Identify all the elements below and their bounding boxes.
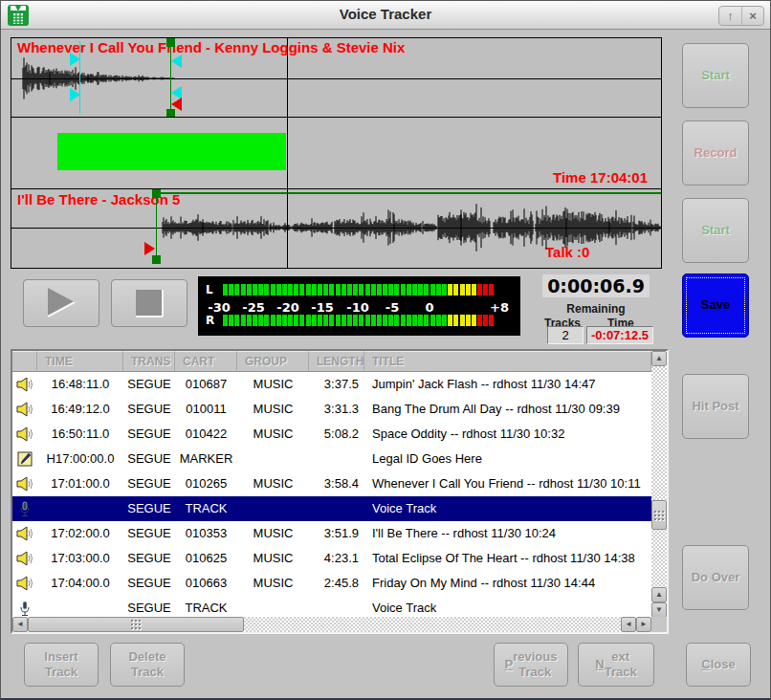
meter-segment-red: [483, 284, 488, 295]
segue-handle-icon[interactable]: [166, 38, 175, 47]
cell-icon: [12, 546, 37, 571]
meter-segment-green: [401, 315, 406, 326]
meter-segment-red: [489, 284, 494, 295]
fade-handle-icon[interactable]: [70, 88, 80, 101]
remaining-tracks-value: 2: [547, 326, 584, 344]
cell-length: [309, 447, 364, 471]
previous-track-button[interactable]: PreviousTrack: [494, 643, 568, 687]
voice-track-region[interactable]: [57, 133, 286, 170]
fade-handle-icon[interactable]: [70, 53, 80, 66]
cell-trans: SEGUE: [123, 496, 175, 521]
cell-title: Legal ID Goes Here: [364, 447, 651, 471]
log-row[interactable]: 17:03:00.0SEGUE010625MUSIC4:23.1Total Ec…: [12, 546, 651, 571]
horizontal-scrollbar[interactable]: ◄ ◄ ►: [12, 617, 651, 632]
speaker-icon: [16, 402, 33, 417]
close-button[interactable]: Close: [686, 643, 751, 687]
column-header-length[interactable]: LENGTH: [309, 351, 364, 372]
log-row-selected[interactable]: SEGUETRACKVoice Track: [12, 496, 651, 521]
vertical-scroll-track[interactable]: [651, 366, 667, 587]
column-header-trans[interactable]: TRANS: [123, 351, 175, 372]
meter-segment-green: [271, 284, 275, 295]
column-header-time[interactable]: TIME: [37, 351, 123, 372]
marker-note-icon: [17, 451, 33, 467]
meter-segment-green: [276, 284, 281, 295]
save-button[interactable]: Save: [682, 273, 749, 338]
column-header-group[interactable]: GROUP: [237, 351, 309, 372]
cell-trans: SEGUE: [123, 372, 175, 397]
meter-segment-yellow: [466, 315, 471, 326]
log-table: TIMETRANSCARTGROUPLENGTHTITLE 16:48:11.0…: [11, 349, 669, 634]
speaker-icon: [16, 551, 33, 566]
scroll-right-button[interactable]: ►: [636, 617, 651, 632]
meter-segment-yellow: [472, 315, 476, 326]
log-row[interactable]: 16:48:11.0SEGUE010687MUSIC3:37.5Jumpin' …: [12, 372, 651, 397]
log-row[interactable]: H17:00:00.0SEGUEMARKERLegal ID Goes Here: [12, 447, 651, 471]
cell-cart: MARKER: [175, 447, 237, 471]
log-row[interactable]: 17:02:00.0SEGUE010353MUSIC3:51.9I'll Be …: [12, 521, 651, 546]
cell-group: MUSIC: [237, 571, 309, 596]
log-row[interactable]: 16:50:11.0SEGUE010422MUSIC5:08.2Space Od…: [12, 422, 651, 447]
track2-waveform-pane[interactable]: I'll Be There - Jackson 5 Talk :0: [11, 189, 661, 266]
record-button[interactable]: Record: [682, 120, 749, 186]
meter-segment-green: [353, 315, 358, 326]
meter-segment-green: [234, 315, 239, 326]
next-track-button[interactable]: NextTrack: [578, 643, 654, 687]
column-header-cart[interactable]: CART: [175, 351, 237, 372]
stop-button[interactable]: [111, 279, 187, 327]
cell-length: 3:37.5: [309, 372, 364, 397]
meter-segment-green: [264, 284, 269, 295]
meter-segment-green: [329, 315, 334, 326]
play-button[interactable]: [23, 279, 99, 327]
cell-title: Jumpin' Jack Flash -- rdhost 11/30 14:47: [364, 372, 651, 397]
start-handle-icon[interactable]: [144, 242, 155, 255]
column-header-icon[interactable]: [12, 351, 37, 372]
vertical-scroll-thumb[interactable]: [651, 500, 667, 530]
start-track1-button[interactable]: Start: [682, 43, 749, 108]
log-row[interactable]: 17:01:00.0SEGUE010265MUSIC3:58.4Whenever…: [12, 471, 651, 496]
speaker-icon: [16, 576, 33, 591]
meter-scale-tick: -20: [276, 300, 299, 315]
meter-segment-green: [359, 315, 363, 326]
cell-length: 4:23.1: [309, 546, 364, 571]
insert-track-button[interactable]: InsertTrack: [24, 643, 99, 687]
do-over-button[interactable]: Do Over: [682, 545, 749, 610]
titlebar[interactable]: Voice Tracker ↑ ×: [1, 1, 770, 30]
fade-handle-icon[interactable]: [171, 55, 182, 68]
log-row[interactable]: SEGUETRACKVoice Track: [12, 596, 651, 619]
cell-cart: 010011: [175, 397, 237, 422]
meter-segment-green: [241, 315, 246, 326]
horizontal-scroll-thumb[interactable]: [28, 617, 244, 632]
start-handle-icon[interactable]: [171, 98, 182, 111]
delete-track-button[interactable]: DeleteTrack: [110, 643, 185, 687]
segue-handle-icon[interactable]: [152, 255, 161, 264]
voicetrack-pane[interactable]: Time 17:04:01: [11, 118, 661, 189]
column-header-title[interactable]: TITLE: [364, 351, 651, 372]
scroll-left-button[interactable]: ◄: [621, 617, 636, 632]
meter-segment-green: [336, 315, 341, 326]
meter-segment-green: [442, 284, 447, 295]
scroll-down-button[interactable]: ▼: [651, 602, 667, 618]
playback-cursor: [287, 38, 288, 268]
scroll-left-button[interactable]: ◄: [12, 617, 28, 632]
meter-segment-green: [258, 284, 263, 295]
scroll-up-button[interactable]: ▲: [651, 351, 667, 366]
log-row[interactable]: 16:49:12.0SEGUE010011MUSIC3:31.3Bang The…: [12, 397, 651, 422]
track1-waveform-pane[interactable]: Whenever I Call You Friend - Kenny Loggi…: [11, 38, 661, 118]
meter-segment-green: [430, 315, 435, 326]
horizontal-scroll-track[interactable]: [244, 617, 621, 632]
segue-handle-icon[interactable]: [152, 189, 161, 198]
meter-segment-green: [365, 315, 370, 326]
shade-button[interactable]: ↑: [719, 7, 741, 25]
log-row[interactable]: 17:04:00.0SEGUE010663MUSIC2:45.8Friday O…: [12, 571, 651, 596]
scroll-up-button[interactable]: ▲: [651, 587, 667, 602]
speaker-icon: [16, 427, 33, 442]
start-track2-button[interactable]: Start: [682, 198, 749, 263]
track2-start-line[interactable]: [156, 189, 157, 264]
cell-title: Bang The Drum All Day -- rdhost 11/30 09…: [364, 397, 651, 422]
vertical-scrollbar[interactable]: ▲ ▲ ▼: [651, 351, 667, 618]
close-window-button[interactable]: ×: [741, 7, 763, 25]
cell-trans: SEGUE: [123, 397, 175, 422]
meter-segment-green: [312, 315, 317, 326]
cell-group: MUSIC: [237, 521, 309, 546]
hit-post-button[interactable]: Hit Post: [682, 374, 749, 439]
